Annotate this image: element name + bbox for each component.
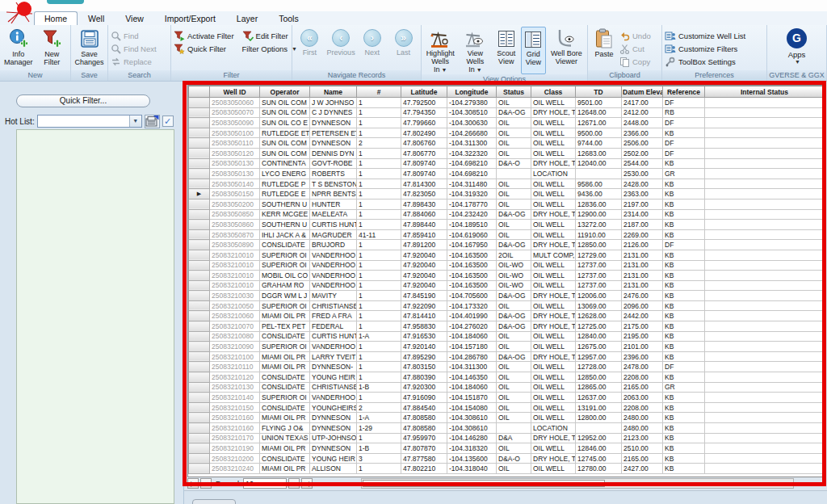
cell[interactable]: KB (663, 453, 705, 464)
cell[interactable] (705, 260, 825, 271)
table-row[interactable]: 25083050130LYCO ENERGROBERTS147.809740-1… (189, 169, 825, 179)
cell[interactable]: NPRR BENTS (310, 189, 357, 200)
cell[interactable]: -104.311300 (447, 138, 497, 149)
row-selector[interactable] (189, 280, 210, 291)
cell[interactable]: SUN OIL CO E (260, 118, 310, 128)
cell[interactable]: 25083210190 (210, 443, 260, 454)
cell[interactable]: 1-A (357, 413, 401, 423)
apps-button[interactable]: G Apps ▼ (770, 27, 824, 70)
cell[interactable]: OIL (497, 342, 531, 352)
cell[interactable]: OIL-WO (497, 260, 531, 271)
cell[interactable]: OIL WELL (531, 382, 576, 393)
cell[interactable]: 25083050200 (210, 199, 260, 209)
cell[interactable]: 25083210160 (210, 413, 260, 423)
cell[interactable]: -104.308510 (447, 107, 497, 118)
cell[interactable]: RB (663, 107, 705, 118)
cell[interactable]: 1-29 (357, 423, 401, 434)
cell[interactable]: 25083210240 (210, 464, 260, 474)
cell[interactable]: GR (663, 169, 705, 179)
cell[interactable]: OIL WELL (531, 178, 576, 189)
column-header[interactable]: Latitude (401, 86, 447, 98)
cell[interactable]: -104.184060 (447, 331, 497, 342)
cell[interactable] (705, 107, 825, 118)
cell[interactable]: 47.808580 (401, 423, 447, 434)
cell[interactable]: CONSLIDATE (260, 453, 310, 464)
cell[interactable]: UTP-JOHNSO (310, 433, 357, 443)
cell[interactable]: CONSLIDATE (260, 402, 310, 413)
row-selector[interactable] (189, 423, 210, 434)
cell[interactable] (705, 98, 825, 108)
table-row[interactable]: 25083210010SUPERIOR OIVANDERHOO147.92004… (189, 260, 825, 271)
cell[interactable]: DRY HOLE, T (531, 321, 576, 332)
cell[interactable]: 25083210160 (210, 423, 260, 434)
cell[interactable]: 1 (357, 240, 401, 250)
hot-list-checkbox[interactable]: ✓ (162, 116, 174, 127)
cell[interactable]: -104.705600 (447, 291, 497, 301)
cell[interactable]: KB (663, 433, 705, 443)
cell[interactable]: KB (663, 280, 705, 291)
cell[interactable]: KB (663, 393, 705, 403)
cell[interactable]: KB (663, 209, 705, 220)
grid-view-button[interactable]: Grid View (521, 27, 546, 74)
cell[interactable]: 1 (357, 280, 401, 291)
cell[interactable]: OIL WELL (531, 362, 576, 372)
cell[interactable]: 2 (357, 138, 401, 149)
cell[interactable] (705, 382, 825, 393)
cell[interactable]: -104.698210 (447, 158, 497, 169)
cell[interactable]: 12850.00 (576, 240, 622, 250)
cell[interactable]: 1 (357, 342, 401, 352)
cell[interactable] (705, 220, 825, 230)
cell[interactable]: 1 (357, 178, 401, 189)
cell[interactable]: DF (663, 362, 705, 372)
table-row[interactable]: 25083210130CONSLIDATECHRISTIANSE1-B47.92… (189, 382, 825, 393)
cell[interactable]: 47.808580 (401, 413, 447, 423)
cell[interactable]: -104.146280 (447, 433, 497, 443)
cell[interactable]: KERR MCGEE (260, 209, 310, 220)
row-selector[interactable] (189, 382, 210, 393)
cell[interactable]: OIL (497, 229, 531, 240)
save-changes-button[interactable]: Save Changes (73, 27, 105, 70)
cell[interactable]: 47.809740 (401, 169, 447, 179)
column-header[interactable]: Well ID (210, 86, 260, 98)
cell[interactable]: 47.823050 (401, 189, 447, 200)
highlight-wells-in-button[interactable]: Highlight Wells In▼ (424, 27, 456, 74)
row-selector[interactable] (189, 464, 210, 474)
cell[interactable]: D&A-O (497, 453, 531, 464)
cell[interactable]: RUTLEDGE P (260, 178, 310, 189)
cell[interactable]: 25083210010 (210, 260, 260, 271)
cell[interactable]: -104.167950 (447, 240, 497, 250)
cell[interactable]: 47.920040 (401, 280, 447, 291)
cell[interactable] (576, 169, 622, 179)
cell[interactable] (705, 433, 825, 443)
cell[interactable]: VANDERHOO (310, 342, 357, 352)
cell[interactable]: -104.311480 (447, 178, 497, 189)
cell[interactable]: OIL WELL (531, 98, 576, 108)
hot-list-dropdown[interactable]: ▼ (37, 115, 142, 128)
cell[interactable]: 12006.00 (576, 291, 622, 301)
cell[interactable]: CONTINENTA (260, 158, 310, 169)
row-selector[interactable] (189, 209, 210, 220)
cell[interactable]: 12850.00 (576, 372, 622, 383)
cell[interactable]: OIL WELL (531, 372, 576, 383)
cell[interactable]: OIL (497, 148, 531, 158)
scrollbar-thumb[interactable]: ··· (363, 480, 605, 487)
info-manager-button[interactable]: Info Manager (2, 27, 35, 70)
cell[interactable]: -104.279380 (447, 98, 497, 108)
row-selector[interactable] (189, 98, 210, 108)
cell[interactable]: -104.163500 (447, 271, 497, 281)
cell[interactable] (705, 128, 825, 138)
cell[interactable]: DRY HOLE, T (531, 453, 576, 464)
cell[interactable]: IHLI JACK A & (260, 229, 310, 240)
cell[interactable]: 47.799660 (401, 118, 447, 128)
cell[interactable]: 2506.00 (622, 138, 663, 149)
cell[interactable]: 2269.00 (622, 229, 663, 240)
row-selector[interactable] (189, 229, 210, 240)
column-header[interactable]: Reference (663, 86, 705, 98)
cell[interactable] (705, 189, 825, 200)
cell[interactable]: OIL WELL (531, 271, 576, 281)
cell[interactable]: SOUTHERN U (260, 220, 310, 230)
cell[interactable]: ALLISON (310, 464, 357, 474)
column-header[interactable]: Internal Status (705, 86, 825, 98)
cell[interactable]: 1 (357, 300, 401, 311)
cell[interactable]: LYCO ENERG (260, 169, 310, 179)
